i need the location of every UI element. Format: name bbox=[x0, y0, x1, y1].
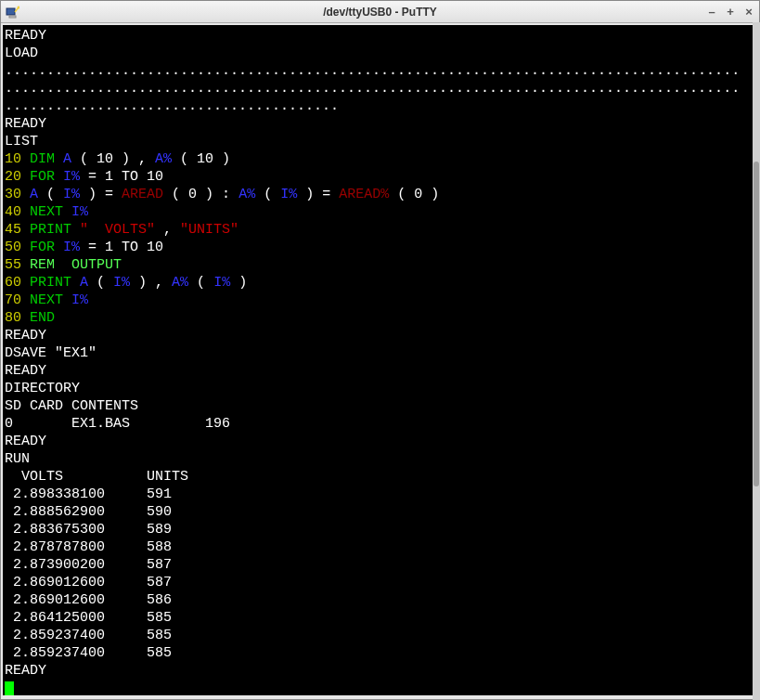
scrollbar-thumb[interactable] bbox=[754, 162, 759, 486]
terminal-line: 2.869012600 586 bbox=[5, 591, 752, 609]
terminal-line: 55 REM OUTPUT bbox=[5, 256, 752, 274]
terminal-line: READY bbox=[5, 433, 752, 450]
window-title: /dev/ttyUSB0 - PuTTY bbox=[323, 6, 437, 19]
putty-window: /dev/ttyUSB0 - PuTTY – + × READY LOAD ..… bbox=[0, 0, 760, 700]
terminal-line: 2.869012600 587 bbox=[5, 574, 752, 591]
cursor bbox=[5, 681, 14, 695]
terminal-line: VOLTS UNITS bbox=[5, 468, 752, 486]
terminal-cursor-line bbox=[5, 680, 752, 695]
terminal-line: READY bbox=[5, 115, 752, 133]
terminal-line: READY bbox=[5, 27, 752, 45]
terminal-line: 2.873900200 587 bbox=[5, 556, 752, 574]
terminal-line: LOAD bbox=[5, 45, 752, 62]
terminal-line: 20 FOR I% = 1 TO 10 bbox=[5, 168, 752, 186]
terminal-area[interactable]: READY LOAD .............................… bbox=[3, 25, 754, 695]
terminal-line: 2.883675300 589 bbox=[5, 521, 752, 538]
terminal-line: 50 FOR I% = 1 TO 10 bbox=[5, 239, 752, 256]
terminal-line: 30 A ( I% ) = AREAD ( 0 ) : A% ( I% ) = … bbox=[5, 186, 752, 203]
terminal-line: READY bbox=[5, 327, 752, 344]
scrollbar[interactable] bbox=[753, 22, 760, 700]
terminal-line: READY bbox=[5, 662, 752, 680]
terminal-line: READY bbox=[5, 362, 752, 380]
terminal-line: 60 PRINT A ( I% ) , A% ( I% ) bbox=[5, 274, 752, 292]
terminal-line: DSAVE "EX1" bbox=[5, 344, 752, 362]
terminal-line: ........................................ bbox=[5, 97, 752, 115]
terminal-line: RUN bbox=[5, 450, 752, 468]
terminal-line: 70 NEXT I% bbox=[5, 292, 752, 309]
putty-icon bbox=[5, 5, 19, 19]
terminal-line: ........................................… bbox=[5, 62, 752, 80]
window-controls: – + × bbox=[705, 6, 755, 19]
maximize-button[interactable]: + bbox=[724, 6, 737, 19]
terminal-line: ........................................… bbox=[5, 80, 752, 97]
minimize-button[interactable]: – bbox=[705, 6, 718, 19]
titlebar[interactable]: /dev/ttyUSB0 - PuTTY – + × bbox=[1, 1, 759, 23]
terminal-line: 45 PRINT " VOLTS" , "UNITS" bbox=[5, 221, 752, 239]
terminal-line: 2.859237400 585 bbox=[5, 627, 752, 644]
terminal-line: 2.859237400 585 bbox=[5, 644, 752, 662]
terminal-line: DIRECTORY bbox=[5, 380, 752, 397]
terminal-line: 2.878787800 588 bbox=[5, 538, 752, 556]
terminal-line: 2.898338100 591 bbox=[5, 486, 752, 503]
svg-rect-1 bbox=[9, 16, 16, 18]
terminal-line: SD CARD CONTENTS bbox=[5, 397, 752, 415]
terminal-line: 0 EX1.BAS 196 bbox=[5, 415, 752, 433]
terminal-line: 2.888562900 590 bbox=[5, 503, 752, 521]
terminal-line: 80 END bbox=[5, 309, 752, 327]
svg-rect-0 bbox=[6, 8, 15, 15]
terminal-line: 2.864125000 585 bbox=[5, 609, 752, 627]
terminal-line: 40 NEXT I% bbox=[5, 203, 752, 221]
close-button[interactable]: × bbox=[742, 6, 755, 19]
terminal-line: 10 DIM A ( 10 ) , A% ( 10 ) bbox=[5, 150, 752, 168]
terminal-line: LIST bbox=[5, 133, 752, 150]
